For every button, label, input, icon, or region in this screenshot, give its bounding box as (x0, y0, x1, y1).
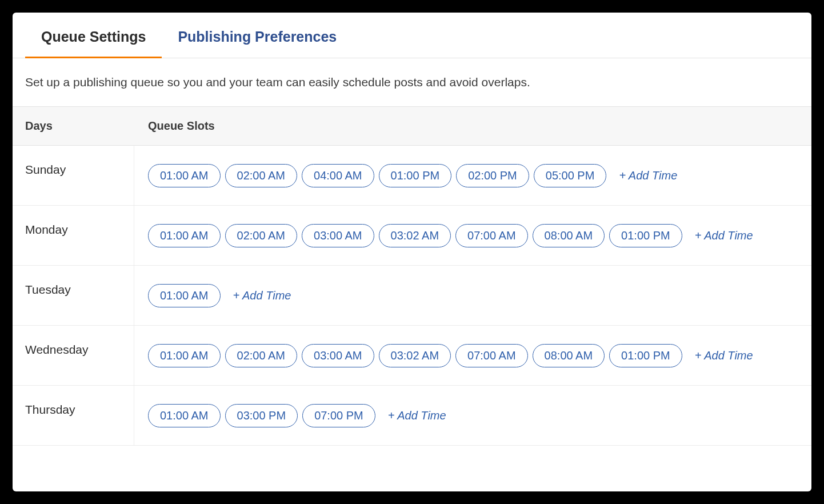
table-row: Tuesday01:00 AM+ Add Time (13, 266, 811, 326)
time-slot-pill[interactable]: 01:00 AM (148, 284, 221, 307)
time-slot-pill[interactable]: 01:00 PM (379, 164, 452, 187)
time-slot-pill[interactable]: 03:00 AM (302, 344, 374, 367)
add-time-button[interactable]: + Add Time (380, 409, 446, 422)
time-slot-pill[interactable]: 05:00 PM (534, 164, 607, 187)
page-description: Set up a publishing queue so you and you… (13, 58, 811, 107)
table-row: Wednesday01:00 AM02:00 AM03:00 AM03:02 A… (13, 326, 811, 386)
table-row: Monday01:00 AM02:00 AM03:00 AM03:02 AM07… (13, 206, 811, 266)
add-time-button[interactable]: + Add Time (225, 289, 291, 302)
day-label: Thursday (13, 386, 135, 445)
table-header: Days Queue Slots (13, 107, 811, 146)
time-slot-pill[interactable]: 03:00 PM (225, 404, 298, 427)
slot-container: 01:00 AM02:00 AM03:00 AM03:02 AM07:00 AM… (135, 206, 811, 265)
slot-container: 01:00 AM02:00 AM04:00 AM01:00 PM02:00 PM… (135, 146, 811, 205)
table-row: Sunday01:00 AM02:00 AM04:00 AM01:00 PM02… (13, 146, 811, 206)
slot-container: 01:00 AM02:00 AM03:00 AM03:02 AM07:00 AM… (135, 326, 811, 385)
time-slot-pill[interactable]: 08:00 AM (533, 224, 605, 247)
day-label: Sunday (13, 146, 135, 205)
tab-bar: Queue Settings Publishing Preferences (13, 13, 811, 58)
column-header-days: Days (25, 119, 148, 133)
time-slot-pill[interactable]: 02:00 AM (225, 224, 298, 247)
table-row: Thursday01:00 AM03:00 PM07:00 PM+ Add Ti… (13, 386, 811, 446)
tab-queue-settings[interactable]: Queue Settings (25, 13, 162, 58)
time-slot-pill[interactable]: 01:00 AM (148, 344, 221, 367)
slot-container: 01:00 AM+ Add Time (135, 266, 811, 325)
day-label: Tuesday (13, 266, 135, 325)
time-slot-pill[interactable]: 01:00 PM (609, 224, 682, 247)
add-time-button[interactable]: + Add Time (687, 229, 753, 242)
time-slot-pill[interactable]: 03:02 AM (379, 344, 451, 367)
column-header-slots: Queue Slots (148, 119, 799, 133)
day-rows-container: Sunday01:00 AM02:00 AM04:00 AM01:00 PM02… (13, 146, 811, 491)
add-time-button[interactable]: + Add Time (611, 169, 677, 182)
time-slot-pill[interactable]: 07:00 PM (302, 404, 375, 427)
queue-settings-card: Queue Settings Publishing Preferences Se… (13, 13, 811, 491)
tab-publishing-preferences[interactable]: Publishing Preferences (162, 13, 353, 58)
slot-container: 01:00 AM03:00 PM07:00 PM+ Add Time (135, 386, 811, 445)
add-time-button[interactable]: + Add Time (687, 349, 753, 362)
time-slot-pill[interactable]: 07:00 AM (455, 224, 528, 247)
time-slot-pill[interactable]: 07:00 AM (455, 344, 528, 367)
time-slot-pill[interactable]: 02:00 AM (225, 164, 298, 187)
day-label: Wednesday (13, 326, 135, 385)
time-slot-pill[interactable]: 01:00 AM (148, 404, 221, 427)
time-slot-pill[interactable]: 01:00 AM (148, 224, 221, 247)
time-slot-pill[interactable]: 03:00 AM (302, 224, 374, 247)
time-slot-pill[interactable]: 01:00 PM (609, 344, 682, 367)
time-slot-pill[interactable]: 03:02 AM (379, 224, 451, 247)
time-slot-pill[interactable]: 02:00 AM (225, 344, 298, 367)
time-slot-pill[interactable]: 04:00 AM (302, 164, 374, 187)
time-slot-pill[interactable]: 08:00 AM (533, 344, 605, 367)
day-label: Monday (13, 206, 135, 265)
time-slot-pill[interactable]: 02:00 PM (456, 164, 529, 187)
time-slot-pill[interactable]: 01:00 AM (148, 164, 221, 187)
